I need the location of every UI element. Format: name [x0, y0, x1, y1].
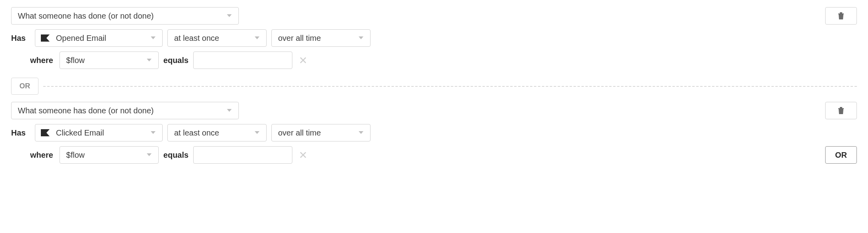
- trash-icon: [837, 107, 845, 115]
- chevron-down-icon: [146, 153, 152, 157]
- close-icon: [300, 57, 306, 63]
- chevron-down-icon: [227, 109, 232, 113]
- time-range-select[interactable]: over all time: [271, 29, 371, 47]
- trash-icon: [837, 12, 845, 20]
- condition-top-row: What someone has done (or not done): [11, 7, 857, 25]
- remove-filter-button[interactable]: [297, 149, 309, 161]
- add-or-button[interactable]: OR: [825, 146, 857, 164]
- or-separator: OR: [11, 78, 857, 95]
- time-range-label: over all time: [278, 128, 321, 138]
- filter-property-select[interactable]: $flow: [60, 52, 159, 69]
- equals-label: equals: [163, 151, 188, 160]
- remove-filter-button[interactable]: [297, 54, 309, 66]
- chevron-down-icon: [254, 36, 260, 40]
- condition-block: What someone has done (or not done) Has: [11, 102, 857, 164]
- equals-label: equals: [163, 56, 188, 65]
- svg-rect-0: [838, 13, 844, 14]
- chevron-down-icon: [150, 36, 156, 40]
- condition-type-label: What someone has done (or not done): [18, 11, 154, 21]
- frequency-select[interactable]: at least once: [167, 29, 267, 47]
- svg-rect-2: [838, 108, 844, 109]
- metric-select[interactable]: Opened Email: [35, 29, 163, 47]
- chevron-down-icon: [358, 131, 364, 135]
- metric-label: Opened Email: [56, 34, 106, 43]
- condition-type-select[interactable]: What someone has done (or not done): [11, 7, 239, 25]
- close-icon: [300, 152, 306, 158]
- has-row: Has Clicked Email at least once: [11, 124, 857, 141]
- filter-property-label: $flow: [66, 56, 85, 65]
- has-label: Has: [11, 128, 30, 138]
- svg-rect-1: [840, 12, 842, 13]
- chevron-down-icon: [146, 58, 152, 62]
- has-label: Has: [11, 34, 30, 43]
- flag-icon: [41, 34, 50, 42]
- chevron-down-icon: [254, 131, 260, 135]
- metric-label: Clicked Email: [56, 128, 104, 138]
- filter-property-label: $flow: [66, 151, 85, 160]
- condition-top-row: What someone has done (or not done): [11, 102, 857, 119]
- condition-block: What someone has done (or not done) Has: [11, 7, 857, 69]
- chevron-down-icon: [358, 36, 364, 40]
- delete-condition-button[interactable]: [825, 7, 857, 25]
- separator-line: [43, 86, 857, 87]
- chevron-down-icon: [150, 131, 156, 135]
- or-chip: OR: [11, 78, 38, 95]
- filter-value-input[interactable]: [193, 146, 292, 164]
- has-row: Has Opened Email at least once: [11, 29, 857, 47]
- delete-condition-button[interactable]: [825, 102, 857, 119]
- where-label: where: [30, 151, 53, 160]
- svg-rect-3: [840, 107, 842, 108]
- frequency-label: at least once: [174, 34, 219, 43]
- where-label: where: [30, 56, 53, 65]
- time-range-label: over all time: [278, 34, 321, 43]
- condition-type-label: What someone has done (or not done): [18, 106, 154, 115]
- chevron-down-icon: [227, 14, 232, 18]
- frequency-label: at least once: [174, 128, 219, 138]
- flag-icon: [41, 129, 50, 136]
- frequency-select[interactable]: at least once: [167, 124, 267, 141]
- filter-property-select[interactable]: $flow: [60, 146, 159, 164]
- where-row: where $flow equals OR: [11, 146, 857, 164]
- condition-type-select[interactable]: What someone has done (or not done): [11, 102, 239, 119]
- time-range-select[interactable]: over all time: [271, 124, 371, 141]
- filter-value-input[interactable]: [193, 52, 292, 69]
- metric-select[interactable]: Clicked Email: [35, 124, 163, 141]
- where-row: where $flow equals: [11, 52, 857, 69]
